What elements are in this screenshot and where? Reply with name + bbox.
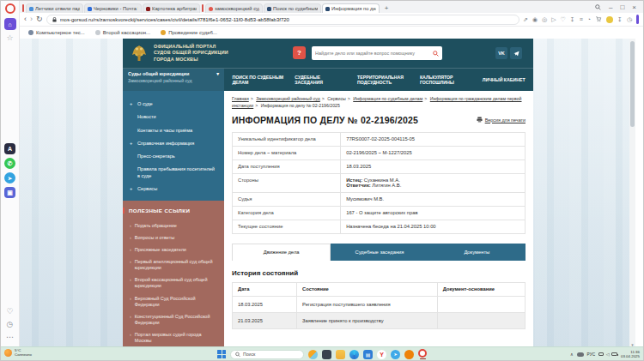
yandex-browser-icon[interactable]: Y xyxy=(377,350,386,359)
nav-item-hearings[interactable]: СУДЕБНЫЕ ЗАСЕДАНИЯ xyxy=(295,75,348,86)
back-button[interactable]: ‹ xyxy=(24,15,27,23)
nav-item-fee-calculator[interactable]: КАЛЬКУЛЯТОР ГОСПОШЛИНЫ xyxy=(420,75,473,86)
taskbar-search[interactable]: Поиск xyxy=(230,350,304,359)
system-tray-icons[interactable]: ◁ xyxy=(598,352,617,357)
court-selector[interactable]: Суды общей юрисдикции ▾ Замоскворецкий р… xyxy=(123,69,224,91)
breadcrumb: Главная> Замоскворецкий районный суд> Се… xyxy=(232,96,526,110)
photos-app-icon[interactable] xyxy=(322,350,331,359)
tray-overflow-chevron[interactable]: ∧ xyxy=(570,352,574,357)
page-scrollbar[interactable]: ▾ xyxy=(629,39,635,348)
scrollbar-thumb[interactable] xyxy=(630,41,635,127)
browser-tab[interactable]: Летчики отвели падающ... xyxy=(26,3,83,13)
breadcrumb-court[interactable]: Замоскворецкий районный суд xyxy=(256,96,320,101)
portal-title: ОФИЦИАЛЬНЫЙ ПОРТАЛ СУДОВ ОБЩЕЙ ЮРИСДИКЦИ… xyxy=(154,44,228,62)
useful-link-supreme-court[interactable]: ›Верховный Суд Российской Федерации xyxy=(130,292,217,310)
breadcrumb-home[interactable]: Главная xyxy=(232,96,249,101)
opera-logo-icon[interactable] xyxy=(5,3,15,14)
sidebar-item-news[interactable]: Новости xyxy=(123,111,224,123)
browser-tab[interactable]: Картотека арбитражны... xyxy=(143,3,200,13)
bookmark-heart-icon[interactable]: ♡ xyxy=(561,16,566,23)
opera-taskbar-item[interactable] xyxy=(418,349,427,360)
location-icon[interactable]: ◎ xyxy=(542,16,547,23)
whatsapp-icon[interactable]: ✆ xyxy=(4,158,15,169)
profile-icon[interactable]: ◔ xyxy=(587,16,591,22)
useful-link-first-appellate[interactable]: ›Первый апелляционный суд общей юрисдикц… xyxy=(130,256,217,274)
vk-button[interactable]: VK xyxy=(495,47,507,59)
bookmark-item[interactable]: Проведение судеб... xyxy=(161,30,217,35)
file-explorer-icon[interactable] xyxy=(336,350,345,359)
forward-button[interactable]: › xyxy=(30,15,33,23)
taskbar-clock[interactable]: 11:36 03.04.2025 xyxy=(621,350,640,359)
start-button[interactable] xyxy=(217,350,226,358)
language-indicator[interactable]: РУС xyxy=(587,352,596,357)
pinboard-star-icon[interactable]: ☆ xyxy=(6,33,13,42)
browser-tab[interactable]: замоскворецкий суд — ... xyxy=(205,3,263,13)
search-icon[interactable] xyxy=(433,51,439,57)
sidebar-item-visitor-rules[interactable]: Правила пребывания посетителей в суде xyxy=(123,163,224,183)
useful-link-appeal[interactable]: ›Подать обращение xyxy=(130,220,217,232)
sidebar-item-services[interactable]: +Сервисы xyxy=(123,183,224,196)
bookmark-item[interactable]: Второй кассацион... xyxy=(95,30,150,35)
vk-messenger-icon[interactable]: ▣ xyxy=(4,187,15,198)
telegram-button[interactable] xyxy=(510,47,522,59)
reading-list-icon[interactable]: ≡ xyxy=(580,16,583,22)
close-button[interactable]: × xyxy=(632,3,636,11)
shopping-cart-icon[interactable] xyxy=(595,16,602,22)
print-version-link[interactable]: Версия для печати xyxy=(477,117,526,123)
telegram-app-icon[interactable]: ➤ xyxy=(391,350,400,359)
browser-tab[interactable]: Черновики - Почта Mail xyxy=(84,3,142,13)
widgets-icon[interactable] xyxy=(308,350,318,359)
browser-tab-active[interactable]: Информация по делу № xyxy=(322,3,380,13)
minimize-button[interactable]: – xyxy=(609,3,612,11)
more-dots-icon[interactable]: ⋯ xyxy=(6,333,14,341)
nav-item-case-search[interactable]: ПОИСК ПО СУДЕБНЫМ ДЕЛАМ xyxy=(232,75,285,86)
useful-link-constitutional-court[interactable]: ›Конституционный Суд Российской Федераци… xyxy=(130,310,217,328)
extensions-clock-icon[interactable]: ◷ xyxy=(627,16,632,23)
nav-item-personal-cabinet[interactable]: ЛИЧНЫЙ КАБИНЕТ xyxy=(483,77,526,83)
assistant-help-button[interactable]: ? xyxy=(293,46,306,59)
favorites-heart-icon[interactable]: ♡ xyxy=(6,307,13,316)
tab-favicon xyxy=(146,7,150,11)
sidebar-item-press[interactable]: Пресс-секретарь xyxy=(123,150,224,163)
nav-item-jurisdiction[interactable]: ТЕРРИТОРИАЛЬНАЯ ПОДСУДНОСТЬ xyxy=(357,75,410,86)
site-search[interactable] xyxy=(312,46,442,60)
rewards-coin-icon[interactable] xyxy=(606,16,613,23)
sidebar-item-contacts[interactable]: Контакты и часы приёма xyxy=(123,124,224,137)
orange-app-icon[interactable] xyxy=(404,350,414,359)
useful-link-jurors[interactable]: ›Присяжные заседатели xyxy=(130,244,217,256)
weather-widget[interactable]: 5°C Солнечно xyxy=(4,348,32,358)
page-viewport: ОФИЦИАЛЬНЫЙ ПОРТАЛ СУДОВ ОБЩЕЙ ЮРИСДИКЦИ… xyxy=(20,39,635,348)
share-icon[interactable]: ⇗ xyxy=(523,16,528,23)
useful-link-second-cassation[interactable]: ›Второй кассационный суд общей юрисдикци… xyxy=(130,274,217,292)
onedrive-cloud-icon[interactable] xyxy=(577,352,584,357)
bookmark-item[interactable]: Компьютерное тес... xyxy=(28,30,85,35)
breadcrumb-case-info[interactable]: Информация по судебным делам xyxy=(353,96,422,101)
history-clock-icon[interactable]: ◷ xyxy=(7,320,14,328)
useful-link-magistrates-portal[interactable]: ›Портал мировых судей города Москвы xyxy=(130,329,217,347)
store-app-icon[interactable]: ▤ xyxy=(363,350,373,359)
sidebar-item-reference[interactable]: +Справочная информация xyxy=(123,137,224,150)
search-icon[interactable] xyxy=(595,4,601,10)
browser-tab[interactable]: Поиск по судебным дел... xyxy=(264,3,321,13)
breadcrumb-services[interactable]: Сервисы xyxy=(327,96,346,101)
case-main-panel: Главная> Замоскворецкий районный суд> Се… xyxy=(224,91,533,348)
tab-hearings[interactable]: Судебные заседания xyxy=(331,244,428,261)
new-tab-button[interactable]: + xyxy=(382,3,391,12)
workspace-icon[interactable]: ⌂ xyxy=(4,18,16,30)
snapshot-icon[interactable]: ◉ xyxy=(532,16,538,23)
address-bar[interactable]: mos-gorsud.ru/rs/zamoskvoreckij/services… xyxy=(46,15,520,25)
site-search-input[interactable] xyxy=(315,51,433,56)
edge-browser-icon[interactable] xyxy=(349,350,359,359)
play-icon[interactable]: ▷ xyxy=(551,16,556,23)
tab-documents[interactable]: Документы xyxy=(428,244,526,261)
useful-link-faq[interactable]: ›Вопросы и ответы xyxy=(130,232,217,244)
reload-button[interactable]: ↻ xyxy=(36,15,43,23)
telegram-icon[interactable]: ➤ xyxy=(4,172,15,184)
maximize-button[interactable]: □ xyxy=(620,3,624,11)
download-icon[interactable]: ↧ xyxy=(570,16,575,23)
sidebar-toggle-icon[interactable] xyxy=(636,15,639,24)
tab-case-movement[interactable]: Движение дела xyxy=(232,244,331,261)
sidebar-item-about[interactable]: +О суде xyxy=(123,98,224,111)
downloads-tray-icon[interactable]: ↧ xyxy=(617,16,623,23)
aria-ai-icon[interactable]: A xyxy=(4,143,15,154)
